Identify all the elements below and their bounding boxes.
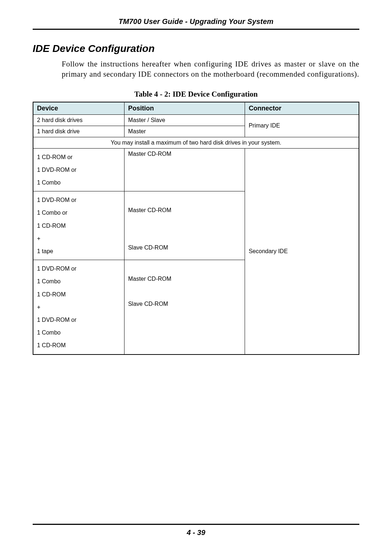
running-header: TM700 User Guide - Upgrading Your System	[33, 17, 359, 30]
table-row: 2 hard disk drives Master / Slave Primar…	[33, 114, 359, 126]
cell-connector: Primary IDE	[245, 114, 359, 137]
footer-rule	[33, 524, 359, 525]
cell-device: 2 hard disk drives	[33, 114, 124, 126]
cell-device: 1 DVD-ROM or 1 Combo or 1 CD-ROM + 1 tap…	[33, 191, 124, 260]
col-header-device: Device	[33, 102, 124, 115]
page-number: 4 - 39	[33, 528, 359, 537]
col-header-connector: Connector	[245, 102, 359, 115]
cell-device: 1 hard disk drive	[33, 126, 124, 137]
section-title: IDE Device Configuration	[33, 43, 359, 54]
table-row: 1 CD-ROM or 1 DVD-ROM or 1 Combo Master …	[33, 148, 359, 191]
cell-position-top: Master CD-ROM	[128, 207, 171, 213]
note-cell: You may install a maximum of two hard di…	[33, 137, 359, 148]
ide-config-table: Device Position Connector 2 hard disk dr…	[33, 102, 359, 355]
cell-position: Master CD-ROM	[124, 148, 245, 191]
page-footer: 4 - 39	[33, 524, 359, 537]
cell-position: Master CD-ROM Slave CD-ROM	[124, 191, 245, 260]
document-page: TM700 User Guide - Upgrading Your System…	[0, 0, 392, 555]
cell-device: 1 CD-ROM or 1 DVD-ROM or 1 Combo	[33, 148, 124, 191]
intro-paragraph: Follow the instructions hereafter when c…	[62, 59, 359, 80]
cell-connector: Secondary IDE	[245, 148, 359, 354]
cell-position-bottom: Slave CD-ROM	[128, 244, 168, 251]
col-header-position: Position	[124, 102, 245, 115]
cell-position-top: Master CD-ROM	[128, 276, 171, 282]
cell-position: Master / Slave	[124, 114, 245, 126]
table-note-row: You may install a maximum of two hard di…	[33, 137, 359, 148]
cell-device: 1 DVD-ROM or 1 Combo 1 CD-ROM + 1 DVD-RO…	[33, 260, 124, 355]
table-header-row: Device Position Connector	[33, 102, 359, 115]
cell-position-bottom: Slave CD-ROM	[128, 301, 168, 307]
cell-position: Master CD-ROM Slave CD-ROM	[124, 260, 245, 355]
cell-position: Master	[124, 126, 245, 137]
table-caption: Table 4 - 2: IDE Device Configuration	[33, 90, 359, 99]
